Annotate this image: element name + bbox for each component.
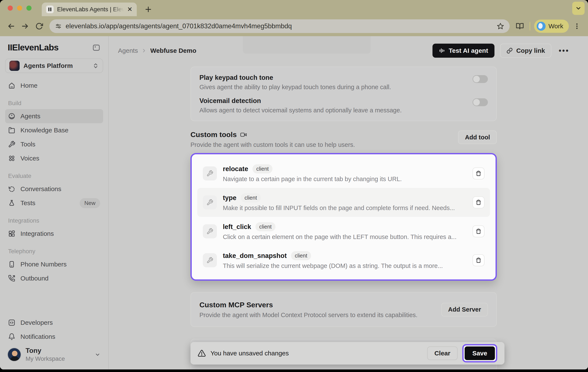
sidebar-item-label: Home [21,82,100,89]
breadcrumb-agents[interactable]: Agents [118,47,138,54]
add-tool-button[interactable]: Add tool [458,131,497,144]
tool-badge: client [252,164,273,173]
sidebar-section-telephony: Telephony [5,241,103,257]
breadcrumb: Agents Webfuse Demo [118,47,196,54]
voicemail-detection-toggle[interactable] [472,98,488,106]
clear-button[interactable]: Clear [427,346,458,360]
browser-toolbar: elevenlabs.io/app/agents/agents/agent_07… [0,16,588,36]
sidebar-item-knowledge-base[interactable]: Knowledge Base [5,123,103,137]
save-button-focus-ring: Save [462,344,497,362]
forward-button[interactable] [19,20,31,32]
url-text: elevenlabs.io/app/agents/agents/agent_07… [66,22,493,30]
close-window-button[interactable] [8,6,13,11]
chevron-down-icon [94,351,101,358]
trash-icon [475,171,482,176]
test-ai-agent-button[interactable]: Test AI agent [432,44,494,58]
sidebar-item-conversations[interactable]: Conversations [5,182,103,196]
sidebar-item-tests[interactable]: Tests New [5,196,103,210]
delete-tool-button[interactable] [472,168,484,179]
setting-row-voicemail: Voicemail detection Allows agent to dete… [200,97,488,114]
zoom-window-button[interactable] [26,6,32,11]
sidebar-section-evaluate: Evaluate [5,165,103,182]
sidebar-item-tools[interactable]: Tools [5,137,103,151]
user-workspace: My Workspace [26,355,65,362]
sidebar-item-notifications[interactable]: Notifications [5,330,103,344]
sidebar-item-integrations[interactable]: Integrations [5,227,103,241]
wrench-icon [203,224,217,238]
sidebar-item-voices[interactable]: Voices [5,151,103,165]
wrench-icon [203,166,217,181]
mcp-servers-card: Custom MCP Servers Provide the agent wit… [190,292,497,327]
video-icon [240,131,247,138]
site-settings-icon[interactable] [55,23,62,30]
tab-search-button[interactable] [572,2,585,15]
minimize-window-button[interactable] [17,6,22,11]
agent-icon [8,113,15,120]
tool-row-take-dom-snapshot[interactable]: take_dom_snapshot client This will seria… [197,246,490,275]
new-badge: New [80,198,100,208]
delete-tool-button[interactable] [472,254,484,266]
profile-chip[interactable]: Work [534,20,569,33]
tool-row-type[interactable]: type client Make it possible to fill INP… [197,188,490,217]
sidebar-item-label: Phone Numbers [21,261,100,268]
sidebar-item-outbound[interactable]: Outbound [5,271,103,285]
bookmark-star-icon[interactable] [497,22,504,30]
flask-icon [8,199,15,207]
tool-row-relocate[interactable]: relocate client Navigate to a certain pa… [197,159,490,188]
custom-tools-desc: Provide the agent with custom tools it c… [190,141,355,148]
browser-menu-icon[interactable] [571,20,583,32]
add-server-button[interactable]: Add Server [441,303,488,316]
delete-tool-button[interactable] [472,196,484,208]
warning-icon [198,349,206,357]
save-button[interactable]: Save [465,346,495,360]
toolbar-divider [530,22,530,30]
waveform-icon [439,48,445,54]
collapse-sidebar-icon[interactable] [92,43,101,52]
sidebar-item-label: Agents [21,113,100,120]
reload-button[interactable] [33,20,45,32]
delete-tool-button[interactable] [472,225,484,237]
unsaved-message: You have unsaved changes [210,350,289,357]
sidebar-item-phone-numbers[interactable]: Phone Numbers [5,257,103,271]
agents-platform-icon [9,61,20,71]
tool-desc: Navigate to a certain page in the curren… [223,176,467,183]
custom-tools-card: relocate client Navigate to a certain pa… [190,153,497,281]
wrench-icon [8,141,15,148]
sidebar-item-label: Outbound [21,275,100,282]
mcp-desc: Provide the agent with Model Context Pro… [200,312,418,319]
sidebar-item-label: Integrations [21,230,100,237]
user-menu[interactable]: Tony My Workspace [5,344,103,366]
wrench-icon [203,195,217,209]
setting-row-keypad: Play keypad touch tone Gives agent the a… [200,74,488,91]
tool-name: left_click [223,223,251,231]
smartphone-icon [8,261,15,268]
sidebar-item-home[interactable]: Home [5,79,103,93]
sidebar-item-agents[interactable]: Agents [5,109,103,123]
reading-list-icon[interactable] [514,20,526,32]
elevenlabs-favicon-icon [46,6,54,13]
tool-row-left-click[interactable]: left_click client Click on a certain ele… [197,217,490,246]
profile-label: Work [549,22,563,30]
wrench-icon [203,253,217,267]
address-bar[interactable]: elevenlabs.io/app/agents/agents/agent_07… [49,19,510,33]
trash-icon [475,228,482,234]
tool-name: type [223,194,236,202]
copy-link-button[interactable]: Copy link [500,44,551,58]
elevenlabs-logo: IIElevenLabs [8,42,59,52]
more-options-button[interactable]: ••• [557,46,571,55]
tab-close-icon[interactable]: ✕ [127,6,133,12]
workspace-picker[interactable]: Agents Platform [5,59,103,73]
call-settings-card: Play keypad touch tone Gives agent the a… [190,67,497,121]
sidebar-item-label: Notifications [21,333,100,340]
main-panel: Agents Webfuse Demo Test AI agent Copy l… [109,36,588,370]
trash-icon [475,257,482,263]
play-keypad-toggle[interactable] [472,75,488,83]
tool-badge: client [241,193,261,202]
sidebar-item-developers[interactable]: Developers [5,316,103,330]
back-button[interactable] [5,20,17,32]
browser-tab[interactable]: ElevenLabs Agents | ElevenLa ✕ [42,2,137,16]
new-tab-button[interactable] [143,4,153,14]
page-header: Agents Webfuse Demo Test AI agent Copy l… [109,36,588,65]
phone-outgoing-icon [8,275,15,282]
tool-badge: client [255,222,275,231]
